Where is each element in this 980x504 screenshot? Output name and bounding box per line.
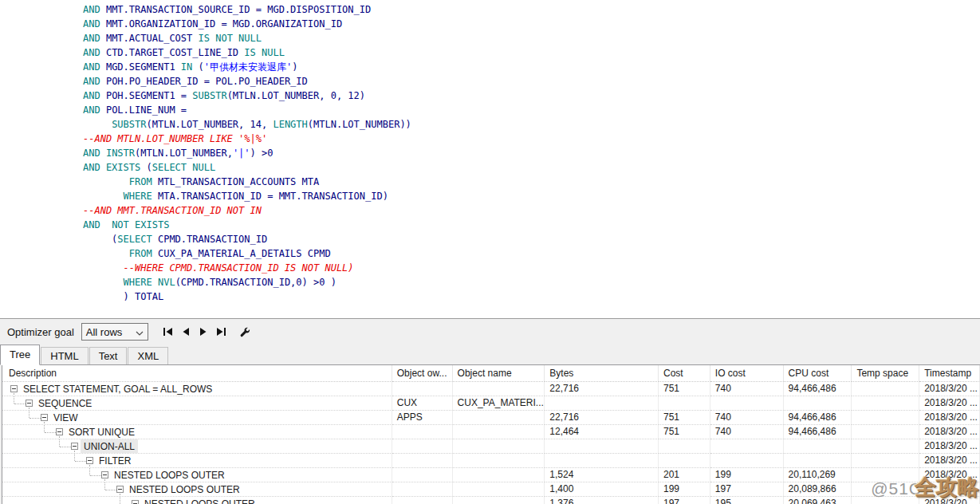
plan-toolbar: Optimizer goal All rows xyxy=(0,319,980,345)
collapse-minus-icon[interactable] xyxy=(116,486,124,493)
tree-line xyxy=(105,490,116,490)
column-header[interactable]: IO cost xyxy=(710,365,784,382)
cell-temp_space xyxy=(852,425,919,439)
collapse-minus-icon[interactable] xyxy=(56,428,63,435)
node-label: NESTED LOOPS OUTER xyxy=(129,482,240,497)
plan-tree-row[interactable]: VIEWAPPS22,71675174094,466,4862018/3/20 … xyxy=(2,411,980,425)
tree-line xyxy=(45,432,56,433)
settings-button[interactable] xyxy=(238,324,254,340)
chevron-down-icon xyxy=(136,326,144,338)
column-header[interactable]: Object ow... xyxy=(392,365,453,382)
last-record-icon xyxy=(215,327,226,337)
cell-bytes xyxy=(545,439,659,454)
cell-cost: 751 xyxy=(659,382,710,396)
tab-text[interactable]: Text xyxy=(89,347,128,364)
plan-tree-row[interactable]: FILTER2018/3/20 ... xyxy=(2,454,980,468)
plan-tree-row[interactable]: SELECT STATEMENT, GOAL = ALL_ROWS22,7167… xyxy=(2,382,980,396)
next-record-icon xyxy=(199,327,208,337)
cell-bytes: 1,376 xyxy=(545,497,659,504)
cell-cost: 199 xyxy=(659,482,710,497)
tree-line xyxy=(29,411,30,418)
cell-timestamp: 2018/3/20 ... xyxy=(919,396,980,411)
collapse-minus-icon[interactable] xyxy=(132,500,139,504)
grid-header: DescriptionObject ow...Object nameBytesC… xyxy=(2,365,980,382)
cell-temp_space xyxy=(852,382,919,396)
cell-io_cost xyxy=(710,439,784,454)
tab-tree[interactable]: Tree xyxy=(0,345,40,365)
cell-cpu_cost: 94,466,486 xyxy=(784,411,852,425)
cell-cpu_cost: 20,110,269 xyxy=(784,468,852,482)
cell-io_cost: 199 xyxy=(710,468,784,482)
cell-object_owner xyxy=(392,497,453,504)
tree-line xyxy=(59,439,60,447)
cell-temp_space xyxy=(852,439,919,454)
cell-temp_space xyxy=(852,497,919,504)
node-label: UNION-ALL xyxy=(81,439,138,454)
plan-tree-row[interactable]: SORT UNIQUE12,46475174094,466,4862018/3/… xyxy=(2,425,980,439)
cell-timestamp: 2018/3/20 ... xyxy=(919,439,980,454)
column-header[interactable]: Bytes xyxy=(545,365,659,382)
cell-object_owner xyxy=(392,439,453,454)
column-header[interactable]: CPU cost xyxy=(784,365,852,382)
column-header[interactable]: Cost xyxy=(659,365,710,382)
cell-cpu_cost xyxy=(784,439,852,454)
plan-tree-row[interactable]: UNION-ALL2018/3/20 ... xyxy=(2,439,980,454)
node-label: NESTED LOOPS OUTER xyxy=(144,497,255,504)
cell-object_name xyxy=(453,454,545,468)
cell-cpu_cost: 20,069,463 xyxy=(784,497,852,504)
column-header[interactable]: Temp space xyxy=(852,365,919,382)
cell-cost: 751 xyxy=(659,411,710,425)
cell-object_name xyxy=(453,497,545,504)
plan-tree-row[interactable]: NESTED LOOPS OUTER1,52420119920,110,2692… xyxy=(2,468,980,482)
collapse-minus-icon[interactable] xyxy=(71,443,78,450)
tab-bar: TreeHTMLTextXML xyxy=(0,345,980,365)
sql-code[interactable]: AND MMT.TRANSACTION_SOURCE_ID = MGD.DISP… xyxy=(0,0,980,304)
cell-cpu_cost xyxy=(784,454,852,468)
cell-bytes: 1,400 xyxy=(545,482,659,497)
collapse-minus-icon[interactable] xyxy=(10,385,18,392)
tree-line xyxy=(14,404,26,404)
plan-tree-row[interactable]: NESTED LOOPS OUTER1,37619719520,069,4632… xyxy=(2,497,980,504)
node-label: SELECT STATEMENT, GOAL = ALL_ROWS xyxy=(23,382,212,396)
tree-line xyxy=(14,396,14,404)
explain-plan-panel: Optimizer goal All rows xyxy=(0,318,980,504)
node-label: SORT UNIQUE xyxy=(69,425,135,439)
cell-timestamp: 2018/3/20 ... xyxy=(919,425,980,439)
column-header[interactable]: Timestamp xyxy=(919,365,980,382)
cell-object_owner xyxy=(392,468,453,482)
cell-timestamp: 2018/3/20 ... xyxy=(919,497,980,504)
tree-line xyxy=(120,497,120,504)
go-first-button[interactable] xyxy=(160,324,176,340)
go-last-button[interactable] xyxy=(213,324,229,340)
tab-xml[interactable]: XML xyxy=(128,347,168,364)
go-previous-button[interactable] xyxy=(178,324,194,340)
cell-cost xyxy=(659,439,710,454)
collapse-minus-icon[interactable] xyxy=(41,414,48,421)
cell-io_cost: 740 xyxy=(710,382,784,396)
optimizer-goal-select[interactable]: All rows xyxy=(81,323,148,341)
app-window: AND MMT.TRANSACTION_SOURCE_ID = MGD.DISP… xyxy=(0,0,980,504)
column-header[interactable]: Object name xyxy=(453,365,545,382)
cell-cost: 197 xyxy=(659,497,710,504)
cell-object_owner xyxy=(392,382,453,396)
tree-line xyxy=(75,461,86,462)
tab-html[interactable]: HTML xyxy=(41,347,88,364)
cell-bytes: 1,524 xyxy=(545,468,659,482)
tree-line xyxy=(90,475,101,476)
collapse-minus-icon[interactable] xyxy=(26,400,33,407)
plan-tree-row[interactable]: SEQUENCECUXCUX_PA_MATERI...2018/3/20 ... xyxy=(2,396,980,411)
cell-object_owner xyxy=(392,454,453,468)
cell-bytes: 22,716 xyxy=(545,411,659,425)
cell-object_owner xyxy=(392,425,453,439)
cell-object_owner xyxy=(392,482,453,497)
column-header[interactable]: Description xyxy=(2,365,392,382)
collapse-minus-icon[interactable] xyxy=(101,471,108,478)
sql-editor[interactable]: AND MMT.TRANSACTION_SOURCE_ID = MGD.DISP… xyxy=(0,0,980,318)
collapse-minus-icon[interactable] xyxy=(86,457,93,464)
cell-io_cost xyxy=(710,396,784,411)
plan-tree-row[interactable]: NESTED LOOPS OUTER1,40019919720,089,866 xyxy=(2,482,980,497)
cell-object_name xyxy=(453,425,545,439)
cell-cost xyxy=(659,396,710,411)
tree-line xyxy=(74,454,75,461)
go-next-button[interactable] xyxy=(195,324,211,340)
